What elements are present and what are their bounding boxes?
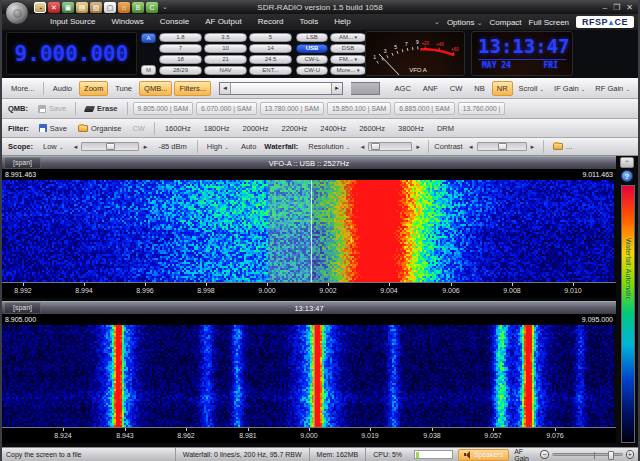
mode-dsb-button[interactable]: DSB	[330, 44, 366, 53]
enter-button[interactable]: ENT...	[249, 66, 292, 75]
volume-down-button[interactable]: −	[540, 450, 548, 459]
nb-toggle[interactable]: NB	[469, 81, 489, 96]
scrollbar-extension[interactable]	[351, 82, 380, 95]
filter-drm-button[interactable]: DRM	[432, 121, 459, 136]
scroll-left-arrow[interactable]: ◄	[220, 83, 231, 94]
qmb-memory-1[interactable]: 9.805.000 | SAM	[133, 102, 194, 115]
band-3.5-button[interactable]: 3.5	[204, 33, 247, 42]
compact-button[interactable]: Compact	[490, 18, 522, 27]
scroll-right-arrow[interactable]: ►	[331, 83, 342, 94]
mode-cwl-button[interactable]: CW-L	[296, 55, 328, 64]
mode-more-button[interactable]: More... ▾	[330, 66, 366, 75]
qmb-memory-4[interactable]: 15.850.100 | SAM	[327, 102, 391, 115]
rf-gain-dropdown[interactable]: RF Gain ⌄	[591, 82, 634, 95]
wideband-waterfall[interactable]	[2, 325, 614, 427]
slider-thumb[interactable]	[498, 143, 507, 150]
filter-3800hz-button[interactable]: 3800Hz	[393, 121, 429, 136]
filter-2000hz-button[interactable]: 2000Hz	[238, 121, 274, 136]
zoom-button[interactable]: Zoom	[79, 81, 108, 96]
qmb-memory-5[interactable]: 6.885.000 | SAM	[394, 102, 455, 115]
save-image-button[interactable]: …	[549, 140, 578, 153]
vfo-a-panel-header[interactable]: [span] VFO-A :: USB :: 2527Hz	[2, 156, 616, 169]
filter-1800hz-button[interactable]: 1800Hz	[199, 121, 235, 136]
agc-toggle[interactable]: AGC	[390, 81, 416, 96]
filter-2400hz-button[interactable]: 2400Hz	[315, 121, 351, 136]
menu-help[interactable]: Help	[326, 14, 358, 30]
band-18-button[interactable]: 18	[159, 55, 202, 64]
menu-windows[interactable]: Windows	[103, 14, 151, 30]
filter-1600hz-button[interactable]: 1600Hz	[160, 121, 196, 136]
tune-button[interactable]: Tune	[110, 81, 137, 96]
band-5-button[interactable]: 5	[249, 33, 292, 42]
volume-up-button[interactable]: +	[626, 450, 634, 459]
mode-cwu-button[interactable]: CW-U	[296, 66, 328, 75]
tuning-scrollbar[interactable]: ◄ ►	[219, 82, 343, 95]
scope-auto-button[interactable]: Auto	[236, 139, 261, 154]
anf-toggle[interactable]: ANF	[418, 81, 443, 96]
fullscreen-button[interactable]: Full Screen	[529, 18, 569, 27]
close-button[interactable]: ✕	[626, 3, 633, 12]
mode-fm-button[interactable]: FM... ▾	[330, 55, 366, 64]
band-1.8-button[interactable]: 1.8	[159, 33, 202, 42]
waterfall-palette-bar[interactable]: Waterfall: Automatic	[621, 185, 635, 443]
slider-right-arrow[interactable]: ►	[140, 144, 150, 150]
slider-right-arrow[interactable]: ►	[413, 144, 423, 150]
scope-low-dropdown[interactable]: Low ⌄	[39, 140, 67, 153]
band-14-button[interactable]: 14	[249, 44, 292, 53]
speakers-button[interactable]: Speakers	[458, 449, 510, 461]
scope-high-dropdown[interactable]: High ⌄	[203, 140, 233, 153]
filter-2600hz-button[interactable]: 2600Hz	[354, 121, 390, 136]
slider-left-arrow[interactable]: ◄	[357, 144, 367, 150]
slider-left-arrow[interactable]: ◄	[466, 144, 476, 150]
filter-cw-button[interactable]: CW	[128, 122, 149, 135]
resolution-slider[interactable]: ◄ ►	[357, 142, 423, 151]
more-button[interactable]: More...	[6, 81, 39, 96]
nr-toggle[interactable]: NR	[492, 81, 513, 96]
options-menu[interactable]: Options ⌄	[447, 18, 483, 27]
menu-tools[interactable]: Tools	[291, 14, 326, 30]
band-10-button[interactable]: 10	[204, 44, 247, 53]
filters-button[interactable]: Filters...	[174, 81, 211, 96]
menu-console[interactable]: Console	[152, 14, 197, 30]
qmb-memory-2[interactable]: 6.070.000 | SAM	[196, 102, 257, 115]
cw-toggle[interactable]: CW	[445, 81, 468, 96]
wideband-panel-header[interactable]: [span] 13:13:47	[2, 301, 616, 314]
menu-af-output[interactable]: AF Output	[197, 14, 249, 30]
mode-am-button[interactable]: AM... ▾	[330, 33, 366, 42]
qmb-erase-button[interactable]: Erase	[81, 102, 121, 115]
band-28-button[interactable]: 28/29	[159, 66, 202, 75]
ribbon-collapse-chevron[interactable]: ⌄	[434, 18, 440, 26]
nav-button[interactable]: NAV	[204, 66, 247, 75]
app-logo-icon[interactable]	[5, 1, 29, 25]
scroll-dropdown[interactable]: Scroll ⌄	[515, 82, 548, 95]
af-gain-thumb[interactable]	[608, 451, 614, 460]
scrollbar-track[interactable]	[231, 83, 331, 94]
filter-organise-button[interactable]: Organise	[74, 122, 125, 135]
qmb-memory-6[interactable]: 13.760.000 |	[458, 102, 506, 115]
filter-2200hz-button[interactable]: 2200Hz	[276, 121, 312, 136]
memory-button[interactable]: M	[141, 65, 156, 75]
slider-thumb[interactable]	[106, 143, 115, 150]
qmb-save-button[interactable]: Save	[34, 102, 70, 115]
band-21-button[interactable]: 21	[204, 55, 247, 64]
band-24.5-button[interactable]: 24.5	[249, 55, 292, 64]
scope-low-slider[interactable]: ◄ ►	[70, 142, 150, 151]
mode-lsb-button[interactable]: LSB	[296, 33, 328, 42]
waterfall-resolution-dropdown[interactable]: Resolution ⌄	[304, 140, 354, 153]
vfo-a-button[interactable]: A	[141, 33, 156, 43]
filter-save-button[interactable]: Save	[35, 122, 71, 135]
menu-record[interactable]: Record	[250, 14, 292, 30]
qmb-memory-3[interactable]: 13.780.000 | SAM	[260, 102, 324, 115]
collapse-caret-icon[interactable]: ⌃	[620, 157, 634, 168]
vfo-a-waterfall[interactable]	[2, 180, 614, 282]
band-7-button[interactable]: 7	[159, 44, 202, 53]
qmb-button[interactable]: QMB...	[139, 81, 172, 96]
contrast-slider[interactable]: ◄ ►	[466, 142, 538, 151]
menu-input-source[interactable]: Input Source	[42, 14, 103, 30]
audio-button[interactable]: Audio	[48, 81, 77, 96]
slider-left-arrow[interactable]: ◄	[70, 144, 80, 150]
slider-thumb[interactable]	[371, 143, 380, 150]
minimize-button[interactable]: –	[603, 3, 607, 12]
restore-button[interactable]: ❐	[613, 3, 620, 12]
if-gain-dropdown[interactable]: IF Gain ⌄	[550, 82, 589, 95]
